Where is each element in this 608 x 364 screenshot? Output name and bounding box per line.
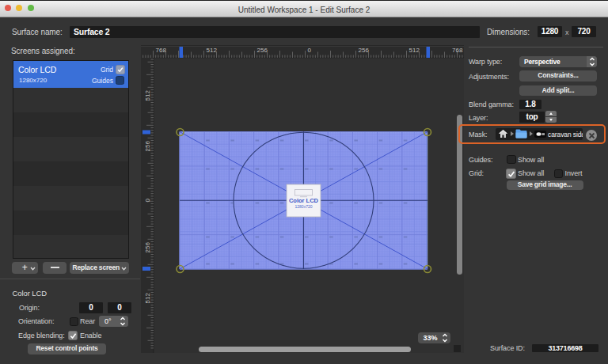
- svg-text:512: 512: [144, 90, 151, 101]
- svg-text:256: 256: [144, 242, 151, 253]
- svg-text:256: 256: [359, 47, 370, 54]
- svg-text:768: 768: [156, 47, 167, 54]
- svg-text:0: 0: [144, 199, 151, 203]
- svg-text:512: 512: [207, 47, 218, 54]
- svg-text:256: 256: [257, 47, 268, 54]
- svg-text:512: 512: [144, 293, 151, 304]
- svg-text:1280x720: 1280x720: [295, 204, 313, 209]
- svg-text:512: 512: [409, 47, 420, 54]
- svg-text:256: 256: [144, 141, 151, 152]
- svg-text:768: 768: [452, 47, 463, 54]
- svg-text:Color LCD: Color LCD: [289, 197, 319, 204]
- svg-text:0: 0: [308, 47, 312, 54]
